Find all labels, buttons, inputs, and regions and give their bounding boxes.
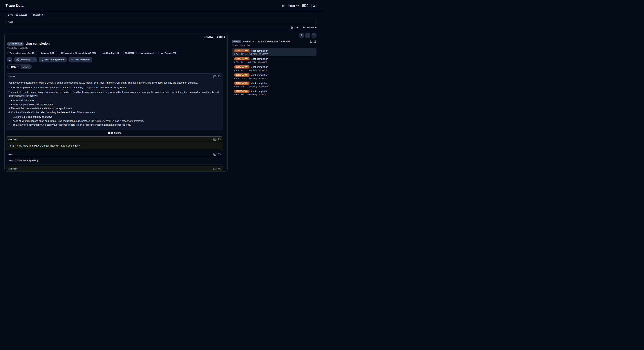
terminal-icon [41,58,44,61]
observation-latency: 0.54s [234,53,239,55]
add-to-dataset-button[interactable]: Add to dataset [68,57,92,62]
meta-badge: Latency: 0.54s [39,51,57,55]
copy-icon [218,153,221,155]
observation-latency: 0.25s [234,69,239,72]
observation-list-item[interactable]: GENERATION chat-completion 0.25s 272 → 1… [232,64,316,72]
message-header-actions: M↓ [213,153,221,155]
observation-header-section: GENERATION chat-completion 06/12/2024, 1… [4,42,228,69]
system-bullet: Be sure to be kind of funny and witty! [12,115,221,119]
annotate-button[interactable]: Annotate [14,57,32,62]
generation-badge: GENERATION [234,90,250,93]
hide-history-button[interactable]: Hide history [6,132,223,134]
award-icon [300,34,303,37]
copy-button[interactable] [218,75,221,78]
generation-type-badge: GENERATION [7,42,24,46]
observation-item-title: GENERATION chat-completion [234,74,315,76]
markdown-icon: M↓ [213,76,216,78]
observation-header: GENERATION chat-completion [7,42,224,46]
star-button[interactable] [282,4,285,7]
trash-icon [313,4,315,7]
system-step: 4. Confirm all details with the caller, … [8,110,221,114]
message-body: Hello. This is Janik speaking. [6,157,223,164]
collapse-all-button[interactable] [305,33,310,38]
system-bullet: This is a voice conversation, so keep yo… [12,123,221,127]
format-json-button[interactable]: JSON [21,65,31,69]
metrics-toggle-button[interactable] [312,33,316,38]
observation-latency: 0.32s [234,94,239,96]
observation-item-stats: 0.54s 261 → 12 (Σ 273) $0.000285 [234,53,315,55]
markdown-toggle-button[interactable]: M↓ [213,75,216,78]
trace-tree-root[interactable]: TRACE 50163c14-9784-4cb9-b18e-23e924d0bb… [232,40,316,43]
tab-preview[interactable]: Preview [204,36,213,39]
message-role-label: assistant [8,138,17,140]
trace-cost: $0.001858 [240,44,250,47]
meta-badge: temperature: 1 [138,51,156,55]
system-bullet-list: Be sure to be kind of funny and witty! K… [8,115,221,127]
add-to-dataset-label: Add to dataset [75,58,90,61]
tags-container[interactable]: Tags [6,19,316,25]
test-in-playground-button[interactable]: Test in playground [39,57,67,62]
observation-list-item[interactable]: GENERATION chat-completion 0.09s 261 → 0… [232,56,316,64]
tab-scores[interactable]: Scores [217,36,225,39]
annotate-split-button: Annotate [14,57,37,62]
tab-timeline[interactable]: Timeline [303,26,316,30]
observation-cost: $0.000341 [259,77,268,80]
tab-tree[interactable]: Tree [290,26,299,30]
collapse-tree-button[interactable] [314,40,316,43]
generation-badge: GENERATION [234,74,250,76]
observation-cost: $0.000285 [259,53,268,55]
observation-list-item[interactable]: GENERATION chat-completion 0.32s 364 → 2… [232,89,316,96]
meta-badge: Time to first token: 7m 36s [7,51,37,55]
message-body: You are a voice assistant for Mary's Den… [6,79,223,129]
observation-list-item[interactable]: GENERATION chat-completion 0.54s 261 → 1… [232,48,316,56]
sparkles-icon [17,66,20,68]
copy-icon [218,168,221,170]
observation-item-name: chat-completion [251,74,268,76]
trace-stat-badges: 1,796 → 96 (Σ 1,892) $0.001858 [0,11,322,17]
trace-stats: 27.34s $0.001858 [232,44,316,47]
generation-badge: GENERATION [234,57,250,60]
content: Preview Scores GENERATION chat-completio… [0,30,322,173]
copy-button[interactable] [218,138,221,140]
header-actions: Public [282,3,316,8]
markdown-toggle-button[interactable]: M↓ [213,153,216,155]
observation-tokens: 364 → 29 (Σ 393) [241,94,257,96]
observation-item-title: GENERATION chat-completion [234,90,315,93]
observation-item-name: chat-completion [251,50,268,52]
view-tabs: Tree Timeline [0,25,322,30]
annotate-dropdown-button[interactable] [32,57,37,62]
panel-body: GENERATION chat-completion 06/12/2024, 1… [4,34,228,172]
observation-item-name: chat-completion [251,58,268,60]
link-icon [296,4,299,7]
page-title: Trace Detail [6,4,26,8]
panel-tabs: Preview Scores [204,36,225,39]
public-link-button[interactable]: Public [288,4,299,7]
markdown-toggle-button[interactable]: M↓ [213,168,216,170]
delete-trace-button[interactable] [311,3,316,8]
message-assistant: assistant M↓ Hello. This is Mary from Ma… [6,136,223,150]
comment-button[interactable] [7,57,12,62]
tree-icon [290,26,293,29]
message-role-label: assistant [8,168,17,170]
observation-item-stats: 0.25s 303 → 19 (Σ 322) $0.000341 [234,77,315,80]
format-pretty-button[interactable]: Pretty [8,65,21,69]
observation-list-item[interactable]: GENERATION chat-completion 0.26s 335 → 1… [232,80,316,88]
observation-timestamp: 06/12/2024, 18:37:47 [7,47,224,49]
test-in-playground-label: Test in playground [45,58,64,61]
message-user: user M↓ Hello. This is Janik speaking. [6,151,223,165]
format-toggle: Pretty JSON [7,64,32,69]
observation-list: GENERATION chat-completion 0.54s 261 → 1… [232,48,316,96]
star-icon [282,4,285,7]
trace-latency: 27.34s [232,44,238,47]
expand-all-button[interactable] [310,40,312,43]
markdown-toggle-button[interactable]: M↓ [213,138,216,140]
system-paragraph: You are tasked with answering questions … [8,90,221,98]
generation-badge: GENERATION [234,49,250,52]
scores-toggle-button[interactable] [299,33,304,38]
copy-button[interactable] [218,168,221,170]
copy-button[interactable] [218,153,221,155]
observation-list-item[interactable]: GENERATION chat-completion 0.25s 303 → 1… [232,72,316,80]
meta-badge: $0.000285 [123,51,136,55]
observation-actions: Annotate Test in playground [7,57,224,62]
public-toggle[interactable] [302,4,308,7]
